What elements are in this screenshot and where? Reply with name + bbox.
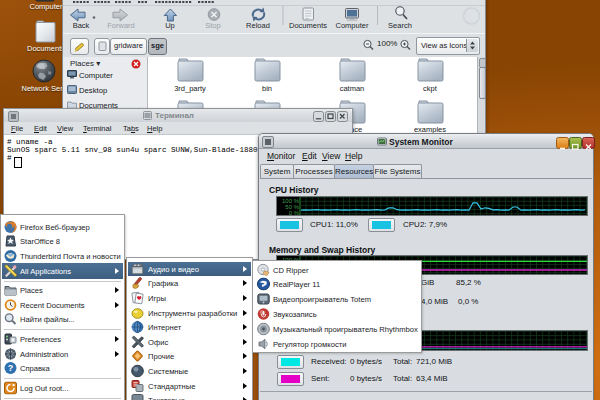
svg-text:?: ?: [8, 363, 14, 373]
svg-text:0 %: 0 %: [289, 210, 300, 216]
